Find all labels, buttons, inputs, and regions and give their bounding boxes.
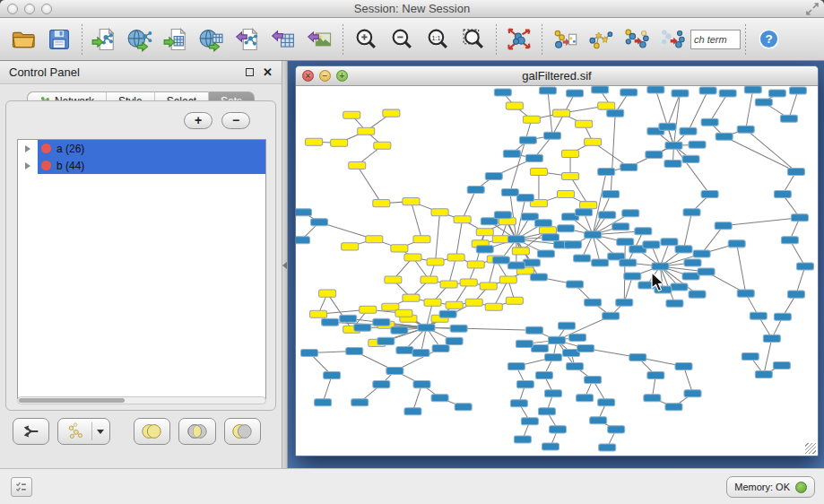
network-node	[521, 418, 538, 425]
network-node	[403, 198, 420, 205]
network-node	[485, 303, 502, 310]
import-network-file-button[interactable]	[87, 22, 123, 57]
import-table-url-button[interactable]	[195, 22, 230, 57]
frame-maximize-button[interactable]: +	[336, 70, 348, 82]
network-node	[789, 87, 806, 94]
network-node	[577, 395, 594, 402]
network-frame[interactable]: × − + galFiltered.sif	[295, 65, 819, 456]
sets-panel: + − a (26) b (44	[5, 100, 276, 411]
network-node	[494, 212, 511, 219]
frame-resize-grip[interactable]	[805, 443, 816, 454]
save-session-button[interactable]	[41, 22, 77, 57]
export-network-button[interactable]	[230, 22, 266, 57]
network-canvas[interactable]	[296, 86, 818, 456]
horizontal-scrollbar[interactable]	[17, 396, 266, 404]
network-node	[296, 209, 312, 216]
panel-divider[interactable]	[282, 61, 288, 468]
zoom-out-button[interactable]	[384, 22, 420, 57]
collapse-panel-arrow-icon[interactable]	[282, 262, 287, 269]
network-node	[787, 168, 804, 175]
set-row-b[interactable]: b (44)	[18, 157, 265, 174]
close-window-button[interactable]	[7, 4, 18, 14]
svg-text:1:1: 1:1	[431, 34, 440, 42]
frame-minimize-button[interactable]: −	[319, 70, 331, 82]
network-node	[701, 191, 718, 198]
memory-status-button[interactable]: Memory: OK	[726, 476, 815, 498]
float-panel-button[interactable]	[246, 68, 254, 76]
network-node	[620, 89, 638, 96]
zoom-window-button[interactable]	[41, 4, 52, 14]
expand-arrow-icon[interactable]	[25, 162, 30, 169]
hide-selected-button[interactable]	[619, 22, 655, 57]
new-network-from-selection-button[interactable]	[547, 22, 583, 57]
network-node	[608, 426, 625, 433]
expand-arrow-icon[interactable]	[25, 145, 30, 152]
open-session-button[interactable]	[5, 22, 41, 57]
network-node	[548, 336, 565, 343]
zoom-fit-content-button[interactable]	[455, 22, 491, 57]
split-sets-button[interactable]	[13, 418, 49, 445]
close-panel-button[interactable]: ✕	[263, 66, 273, 78]
network-node	[465, 299, 482, 306]
network-node	[476, 246, 493, 253]
set-row-a[interactable]: a (26)	[18, 140, 265, 157]
network-node	[664, 160, 681, 167]
add-set-button[interactable]: +	[184, 112, 213, 129]
network-node	[538, 408, 555, 415]
import-table-file-button[interactable]	[159, 22, 195, 57]
import-network-url-button[interactable]	[123, 22, 159, 57]
network-frame-titlebar[interactable]: × − + galFiltered.sif	[296, 66, 818, 86]
network-node	[592, 86, 609, 93]
set-union-button[interactable]	[134, 418, 170, 445]
help-button[interactable]: ?	[750, 22, 786, 57]
network-node	[558, 191, 575, 198]
network-node	[666, 300, 683, 307]
zoom-actual-size-button[interactable]: 1:1	[420, 22, 455, 57]
network-node	[598, 399, 615, 406]
import-table-url-icon	[199, 26, 226, 53]
network-node	[530, 168, 547, 175]
first-neighbors-icon	[587, 26, 614, 53]
zoom-in-button[interactable]	[348, 22, 384, 57]
network-node	[306, 138, 323, 145]
network-node	[432, 344, 449, 352]
network-node	[467, 261, 484, 268]
window-titlebar: Session: New Session	[0, 0, 824, 18]
create-set-from-network-button[interactable]	[57, 418, 109, 445]
sets-list[interactable]: a (26) b (44)	[17, 139, 266, 399]
export-table-button[interactable]	[266, 22, 302, 57]
remove-set-button[interactable]: −	[221, 112, 250, 129]
import-table-file-icon	[163, 26, 190, 53]
apply-layout-button[interactable]	[501, 22, 537, 57]
set-difference-button[interactable]	[224, 418, 261, 445]
network-node	[404, 408, 421, 415]
frame-close-button[interactable]: ×	[302, 70, 314, 82]
task-history-button[interactable]	[11, 477, 32, 497]
toolbar-separator	[82, 24, 82, 55]
network-node	[391, 326, 408, 334]
network-node	[763, 335, 780, 342]
network-node	[539, 227, 556, 234]
fullscreen-icon[interactable]	[806, 3, 819, 15]
network-node	[427, 258, 444, 265]
network-node	[346, 347, 363, 354]
set-intersection-button[interactable]	[178, 418, 215, 445]
export-image-button[interactable]	[302, 22, 338, 57]
search-input[interactable]	[690, 30, 741, 49]
network-node	[324, 372, 341, 379]
network-node	[577, 344, 594, 352]
network-from-selection-icon	[551, 26, 578, 53]
network-node	[373, 200, 390, 207]
minimize-window-button[interactable]	[24, 4, 35, 14]
select-first-neighbors-button[interactable]	[583, 22, 619, 57]
network-node	[366, 236, 383, 243]
dropdown-arrow-icon[interactable]	[97, 430, 104, 434]
yellow-network-icon	[64, 421, 87, 441]
show-all-button[interactable]	[655, 22, 690, 57]
scrollbar-thumb[interactable]	[19, 398, 125, 403]
network-graph[interactable]	[296, 86, 818, 456]
toolbar-separator	[343, 24, 343, 55]
network-node	[525, 154, 542, 161]
network-node	[562, 172, 579, 179]
network-node	[296, 237, 310, 244]
